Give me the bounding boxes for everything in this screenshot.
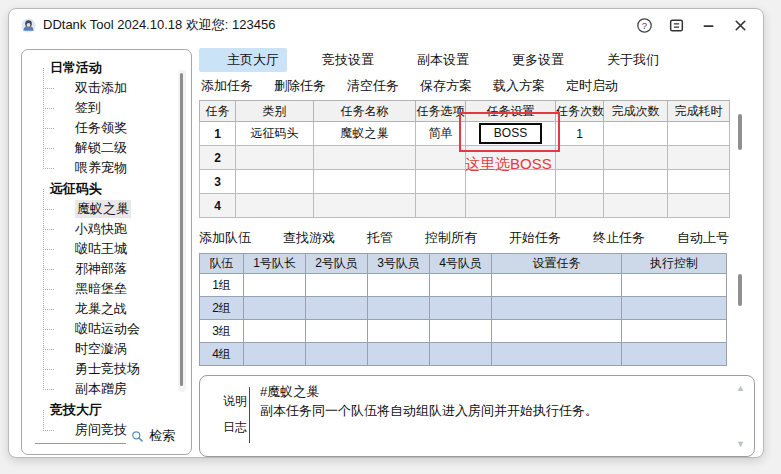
team-table-scrollbar[interactable] [738,274,742,306]
team-cell[interactable]: 2组 [200,297,244,320]
tab-item[interactable]: 关于我们 [579,48,667,72]
sidebar-item[interactable]: 黑暗堡垒 [40,279,189,299]
team-cell[interactable] [368,343,430,366]
sidebar-item[interactable]: 啵咕王城 [40,239,189,259]
close-button[interactable] [732,17,749,34]
scroll-up-icon[interactable]: ▲ [736,383,745,393]
task-cell[interactable] [668,146,730,170]
team-cell[interactable] [622,320,727,343]
team-cell[interactable] [306,297,368,320]
team-cell[interactable] [622,343,727,366]
task-cell[interactable] [236,146,314,170]
task-cell[interactable] [556,146,604,170]
tab-item[interactable]: 副本设置 [389,48,477,72]
sidebar-item[interactable]: 任务领奖 [40,118,189,138]
menu-item[interactable]: 载入方案 [493,77,545,95]
task-cell[interactable]: 魔蚁之巢 [314,122,416,146]
task-cell[interactable] [314,146,416,170]
team-cell[interactable] [368,297,430,320]
boss-select[interactable]: BOSS [479,123,542,144]
team-cell[interactable] [244,297,306,320]
sidebar-item[interactable]: 副本蹭房 [40,379,189,399]
search-input[interactable] [35,428,126,444]
sidebar-item[interactable]: 签到 [40,98,189,118]
team-cell[interactable] [622,297,727,320]
team-cell[interactable] [492,297,622,320]
tab-item[interactable]: 竞技设置 [294,48,382,72]
team-cell[interactable] [244,343,306,366]
sidebar-item[interactable]: 邪神部落 [40,259,189,279]
toolbar-button[interactable]: 控制所有 [406,229,477,247]
menu-item[interactable]: 保存方案 [420,77,472,95]
task-cell[interactable] [668,194,730,218]
sidebar-item[interactable]: 龙巢之战 [40,299,189,319]
task-cell[interactable] [556,170,604,194]
team-cell[interactable] [244,320,306,343]
menu-item[interactable]: 定时启动 [566,77,618,95]
task-cell[interactable] [604,170,668,194]
sidebar-scrollbar[interactable] [178,70,186,392]
task-cell[interactable]: 远征码头 [236,122,314,146]
team-cell[interactable] [492,274,622,297]
team-cell[interactable]: 4组 [200,343,244,366]
team-cell[interactable]: 1组 [200,274,244,297]
task-table-scrollbar[interactable] [738,114,742,150]
task-cell[interactable] [668,170,730,194]
search-label[interactable]: 检索 [149,427,175,445]
tab-item[interactable]: 更多设置 [484,48,572,72]
team-cell[interactable] [492,343,622,366]
panel-tab[interactable]: 说明 [207,393,246,410]
team-cell[interactable] [622,274,727,297]
team-cell[interactable]: 3组 [200,320,244,343]
task-cell[interactable] [416,170,466,194]
team-cell[interactable] [244,274,306,297]
sidebar-item[interactable]: 解锁二级 [40,138,189,158]
task-cell[interactable] [604,122,668,146]
menu-item[interactable]: 清空任务 [347,77,399,95]
task-cell[interactable]: 1 [200,122,236,146]
task-cell[interactable] [416,146,466,170]
task-cell[interactable]: 4 [200,194,236,218]
sidebar-item[interactable]: 啵咕运动会 [40,319,189,339]
team-cell[interactable] [306,343,368,366]
team-cell[interactable] [430,274,492,297]
sidebar-group[interactable]: 远征码头 [31,178,189,199]
menu-item[interactable]: 删除任务 [274,77,326,95]
sidebar-item[interactable]: 喂养宠物 [40,158,189,178]
scroll-down-icon[interactable]: ▼ [736,439,745,449]
sidebar-group[interactable]: 竞技大厅 [31,399,189,420]
toolbar-button[interactable]: 开始任务 [490,229,561,247]
task-cell[interactable]: 简单 [416,122,466,146]
task-cell[interactable]: BOSS [466,122,556,146]
task-cell[interactable]: 2 [200,146,236,170]
sidebar-item[interactable]: 双击添加 [40,78,189,98]
sidebar-item[interactable]: 魔蚁之巢 [40,199,189,219]
team-cell[interactable] [306,320,368,343]
task-cell[interactable] [236,194,314,218]
task-cell[interactable] [604,146,668,170]
task-cell[interactable]: 1 [556,122,604,146]
menu-item[interactable]: 添加任务 [201,77,253,95]
task-cell[interactable] [416,194,466,218]
team-cell[interactable] [430,320,492,343]
toolbar-button[interactable]: 查找游戏 [264,229,335,247]
team-cell[interactable] [306,274,368,297]
toolbar-button[interactable]: 托管 [348,229,393,247]
minimize-button[interactable] [700,17,717,34]
sidebar-group[interactable]: 日常活动 [31,57,189,78]
team-cell[interactable] [430,343,492,366]
task-cell[interactable] [314,170,416,194]
task-cell[interactable] [668,122,730,146]
task-cell[interactable] [466,194,556,218]
task-cell[interactable] [556,194,604,218]
toolbar-button[interactable]: 添加队伍 [199,229,251,247]
task-cell[interactable] [314,194,416,218]
team-cell[interactable] [368,274,430,297]
task-cell[interactable] [236,170,314,194]
help-button[interactable]: ? [636,17,653,34]
sidebar-item[interactable]: 时空漩涡 [40,339,189,359]
team-cell[interactable] [368,320,430,343]
tab-active[interactable]: 主页大厅 [199,48,287,72]
task-cell[interactable] [604,194,668,218]
toolbar-button[interactable]: 自动上号 [658,229,729,247]
